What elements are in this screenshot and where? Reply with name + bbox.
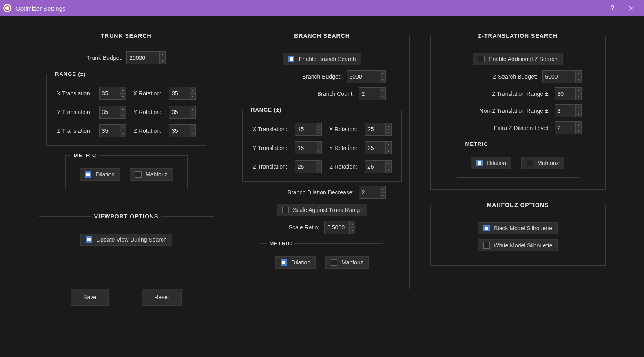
extra-dilation-input[interactable]: ▲▼ <box>555 121 582 134</box>
branch-count-label: Branch Count: <box>317 90 354 97</box>
titlebar: Optimizer Settings ? <box>0 0 644 16</box>
trunk-dilation-checkbox[interactable]: Dilation <box>80 168 120 181</box>
trunk-search-title: TRUNK SEARCH <box>99 33 154 39</box>
trunk-dilation-label: Dilation <box>95 171 115 178</box>
save-button[interactable]: Save <box>71 289 109 306</box>
content: TRUNK SEARCH Trunk Budget: ▲▼ RANGE (±) … <box>0 16 644 357</box>
z-search-group: Z-TRANSLATION SEARCH Enable Additional Z… <box>430 33 606 190</box>
enable-z-label: Enable Additional Z Search <box>489 56 558 62</box>
trunk-xrot-input[interactable]: ▲▼ <box>169 87 196 100</box>
update-view-checkbox[interactable]: Update View During Search <box>80 234 172 246</box>
branch-mahfouz-label: Mahfouz <box>341 259 363 266</box>
z-metric-title: METRIC <box>463 141 491 147</box>
branch-mahfouz-checkbox[interactable]: Mahfouz <box>325 256 369 269</box>
branch-metric-group: METRIC Dilation Mahfouz <box>261 240 383 277</box>
trunk-metric-title: METRIC <box>71 152 99 159</box>
z-mahfouz-label: Mahfouz <box>537 160 559 166</box>
branch-range-group: RANGE (±) X Translation: ▲▼ X Rotation: … <box>242 107 402 182</box>
close-button[interactable] <box>622 0 641 16</box>
checkbox-icon <box>86 236 92 243</box>
trunk-metric-group: METRIC Dilation Mahfouz <box>65 152 188 189</box>
checkbox-icon <box>527 160 533 166</box>
branch-yrot-input[interactable]: ▲▼ <box>365 141 392 154</box>
trunk-budget-field[interactable] <box>127 52 159 64</box>
checkbox-icon <box>331 259 337 266</box>
z-dilation-label: Dilation <box>487 160 506 166</box>
help-button[interactable]: ? <box>603 0 622 16</box>
checkbox-icon <box>135 171 142 178</box>
branch-budget-label: Branch Budget: <box>302 73 342 80</box>
scale-against-checkbox[interactable]: Scale Against Trunk Range <box>277 204 367 216</box>
trunk-yrot-input[interactable]: ▲▼ <box>169 106 196 119</box>
branch-dilation-decrease-input[interactable]: ▲▼ <box>359 186 386 199</box>
trunk-range-title: RANGE (±) <box>53 71 88 77</box>
checkbox-icon <box>281 259 287 266</box>
z-mahfouz-checkbox[interactable]: Mahfouz <box>521 157 564 169</box>
branch-metric-title: METRIC <box>267 240 295 247</box>
trunk-mahfouz-checkbox[interactable]: Mahfouz <box>130 168 173 181</box>
branch-range-title: RANGE (±) <box>248 107 284 113</box>
trunk-zrot-input[interactable]: ▲▼ <box>169 124 196 137</box>
col-left: TRUNK SEARCH Trunk Budget: ▲▼ RANGE (±) … <box>39 33 214 349</box>
checkbox-icon <box>85 171 91 178</box>
branch-search-group: BRANCH SEARCH Enable Branch Search Branc… <box>235 33 410 289</box>
col-mid: BRANCH SEARCH Enable Branch Search Branc… <box>235 33 410 349</box>
white-silhouette-label: White Model Silhouette <box>494 242 553 249</box>
enable-branch-checkbox[interactable]: Enable Branch Search <box>283 53 361 65</box>
checkbox-icon <box>483 225 490 231</box>
scale-ratio-input[interactable]: ▲▼ <box>324 221 355 234</box>
z-budget-input[interactable]: ▲▼ <box>542 70 582 83</box>
branch-budget-input[interactable]: ▲▼ <box>347 70 386 83</box>
trunk-mahfouz-label: Mahfouz <box>146 171 168 178</box>
trunk-xtrans-input[interactable]: ▲▼ <box>99 87 126 100</box>
branch-xrot-input[interactable]: ▲▼ <box>365 123 392 136</box>
branch-ztrans-input[interactable]: ▲▼ <box>295 160 322 173</box>
branch-zrot-label: Z Rotation: <box>329 163 357 170</box>
trunk-budget-input[interactable]: ▲▼ <box>126 51 166 64</box>
step-up-icon[interactable]: ▲ <box>160 52 165 58</box>
trunk-range-group: RANGE (±) X Translation: ▲▼ X Rotation: … <box>46 71 206 146</box>
nonz-range-input[interactable]: ▲▼ <box>555 104 582 117</box>
viewport-title: VIEWPORT OPTIONS <box>92 213 161 220</box>
trunk-xrot-label: X Rotation: <box>133 90 162 97</box>
enable-branch-label: Enable Branch Search <box>299 56 356 62</box>
white-silhouette-checkbox[interactable]: White Model Silhouette <box>478 239 558 251</box>
z-range-label: Z Translation Range ±: <box>492 90 550 97</box>
trunk-ztrans-input[interactable]: ▲▼ <box>99 124 126 137</box>
scale-ratio-label: Scale Ratio: <box>289 224 319 231</box>
trunk-zrot-label: Z Rotation: <box>133 128 162 134</box>
checkbox-icon <box>483 242 490 249</box>
branch-dilation-checkbox[interactable]: Dilation <box>275 256 316 269</box>
reset-button[interactable]: Reset <box>142 289 182 306</box>
black-silhouette-label: Black Model Silhouette <box>494 225 552 231</box>
black-silhouette-checkbox[interactable]: Black Model Silhouette <box>478 222 557 234</box>
branch-ytrans-input[interactable]: ▲▼ <box>295 141 322 154</box>
checkbox-icon <box>478 56 485 62</box>
trunk-ytrans-input[interactable]: ▲▼ <box>99 106 126 119</box>
checkbox-icon <box>476 160 483 166</box>
window-title: Optimizer Settings <box>15 5 66 12</box>
branch-dilation-label: Dilation <box>291 259 310 266</box>
trunk-xtrans-label: X Translation: <box>57 90 92 97</box>
z-budget-label: Z Search Budget: <box>493 73 538 80</box>
update-view-label: Update View During Search <box>96 236 167 243</box>
z-dilation-checkbox[interactable]: Dilation <box>471 157 511 169</box>
scale-against-label: Scale Against Trunk Range <box>293 207 362 213</box>
trunk-ztrans-label: Z Translation: <box>57 128 92 134</box>
branch-dilation-decrease-label: Branch Dilation Decrease: <box>288 189 354 196</box>
nonz-range-label: Non-Z Translation Range ±: <box>480 108 550 114</box>
branch-count-input[interactable]: ▲▼ <box>359 87 386 100</box>
branch-ytrans-label: Y Translation: <box>252 145 288 151</box>
z-metric-group: METRIC Dilation Mahfouz <box>457 141 579 178</box>
branch-zrot-input[interactable]: ▲▼ <box>365 160 392 173</box>
checkbox-icon <box>288 56 294 62</box>
z-range-input[interactable]: ▲▼ <box>555 87 582 100</box>
branch-ztrans-label: Z Translation: <box>252 163 288 170</box>
branch-xtrans-input[interactable]: ▲▼ <box>295 123 322 136</box>
trunk-yrot-label: Y Rotation: <box>133 109 162 115</box>
step-down-icon[interactable]: ▼ <box>160 58 165 64</box>
trunk-budget-row: Trunk Budget: ▲▼ <box>46 51 206 64</box>
button-row: Save Reset <box>39 289 214 306</box>
z-search-title: Z-TRANSLATION SEARCH <box>476 33 560 39</box>
enable-z-checkbox[interactable]: Enable Additional Z Search <box>473 53 563 65</box>
